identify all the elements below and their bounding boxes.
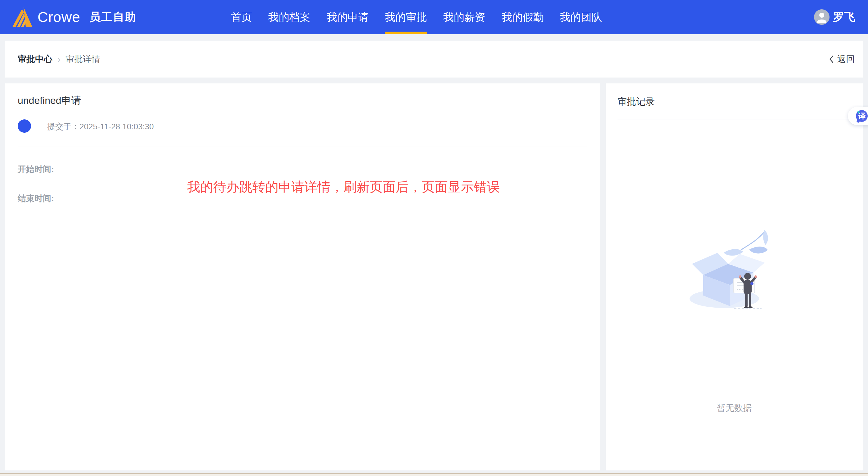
breadcrumb-bar: 审批中心 › 审批详情 返回 — [5, 41, 863, 77]
main-nav: 首页 我的档案 我的申请 我的审批 我的薪资 我的假勤 我的团队 — [231, 0, 602, 34]
crowe-logo-icon — [12, 6, 32, 29]
nav-tab-my-team[interactable]: 我的团队 — [560, 0, 602, 34]
breadcrumb-separator-icon: › — [57, 54, 61, 65]
brand-wordmark: Crowe — [37, 0, 81, 34]
field-label-start-time: 开始时间: — [18, 164, 54, 175]
nav-tab-my-attendance[interactable]: 我的假勤 — [501, 0, 544, 34]
approval-records-panel: 审批记录 — [606, 83, 863, 470]
person-icon — [814, 9, 830, 25]
user-name: 罗飞 — [833, 10, 855, 25]
empty-state-illustration — [688, 226, 781, 314]
nav-tab-my-salary[interactable]: 我的薪资 — [443, 0, 485, 34]
empty-state-text: 暂无数据 — [606, 402, 863, 414]
nav-tab-my-approvals[interactable]: 我的审批 — [385, 0, 427, 34]
panel-divider — [618, 119, 851, 120]
nav-tab-my-profile[interactable]: 我的档案 — [268, 0, 310, 34]
chevron-left-icon — [829, 55, 834, 63]
applicant-avatar — [18, 120, 31, 133]
user-menu[interactable]: 罗飞 — [814, 0, 855, 34]
nav-tab-home[interactable]: 首页 — [231, 0, 252, 34]
submitted-time: 提交于：2025-11-28 10:03:30 — [47, 121, 154, 132]
breadcrumb-current: 审批详情 — [65, 53, 100, 65]
application-detail-card: undefined申请 提交于：2025-11-28 10:03:30 开始时间… — [5, 83, 600, 470]
app-title: 员工自助 — [89, 0, 136, 34]
nav-tab-my-applications[interactable]: 我的申请 — [327, 0, 369, 34]
horizontal-scrollbar[interactable] — [0, 473, 868, 476]
translate-widget[interactable]: 译 — [848, 107, 868, 125]
field-label-end-time: 结束时间: — [18, 193, 54, 204]
app-header: Crowe 员工自助 首页 我的档案 我的申请 我的审批 我的薪资 我的假勤 我… — [0, 0, 868, 34]
back-button-label: 返回 — [837, 53, 855, 65]
error-annotation: 我的待办跳转的申请详情，刷新页面后，页面显示错误 — [187, 178, 500, 196]
app-screen: Crowe 员工自助 首页 我的档案 我的申请 我的审批 我的薪资 我的假勤 我… — [0, 0, 868, 476]
application-title: undefined申请 — [18, 94, 81, 108]
user-avatar[interactable] — [814, 9, 830, 25]
section-divider — [18, 146, 587, 146]
approval-records-title: 审批记录 — [618, 96, 655, 108]
back-button[interactable]: 返回 — [829, 53, 855, 65]
breadcrumb-root[interactable]: 审批中心 — [18, 53, 53, 65]
